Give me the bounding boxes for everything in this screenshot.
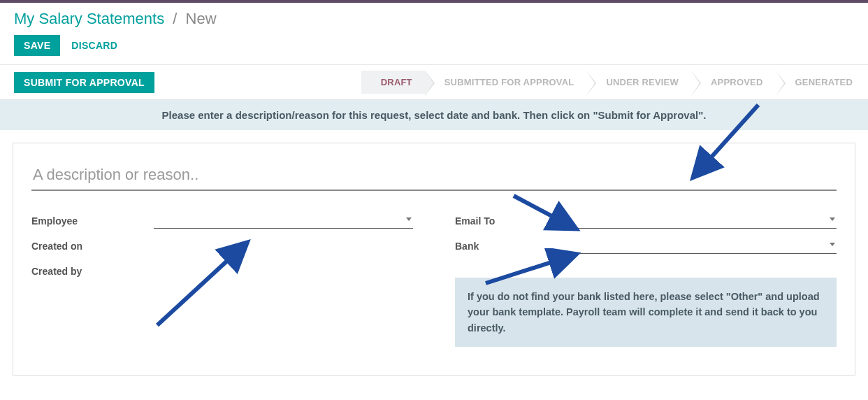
form-col-right: Email To Bank If you do not find your ba… (455, 212, 837, 347)
employee-select[interactable] (154, 213, 413, 229)
row-employee: Employee (31, 212, 413, 229)
form-col-left: Employee Created on Created by (31, 212, 413, 347)
status-step-submitted[interactable]: SUBMITTED FOR APPROVAL (425, 71, 587, 94)
label-employee: Employee (31, 215, 154, 229)
page-header: My Salary Statements / New SAVE DISCARD (0, 3, 868, 65)
label-email-to: Email To (455, 215, 577, 229)
status-step-under-review[interactable]: UNDER REVIEW (586, 71, 691, 94)
label-bank: Bank (455, 241, 577, 254)
status-step-draft[interactable]: DRAFT (361, 71, 425, 94)
chevron-down-icon (830, 217, 835, 221)
bank-select[interactable] (577, 238, 837, 254)
status-row: SUBMIT FOR APPROVAL DRAFT SUBMITTED FOR … (0, 65, 868, 100)
row-created-on: Created on (31, 237, 413, 254)
field-bank (577, 238, 837, 254)
breadcrumb-current: New (186, 10, 217, 27)
label-created-by: Created by (31, 266, 154, 279)
breadcrumb-separator: / (173, 10, 177, 27)
row-email-to: Email To (455, 212, 837, 229)
description-input[interactable] (31, 162, 837, 191)
save-button[interactable]: SAVE (14, 35, 60, 56)
breadcrumb: My Salary Statements / New (14, 10, 854, 28)
discard-button[interactable]: DISCARD (71, 40, 117, 51)
breadcrumb-root[interactable]: My Salary Statements (14, 10, 164, 27)
chevron-down-icon (830, 243, 835, 246)
header-button-row: SAVE DISCARD (14, 35, 854, 56)
status-step-approved[interactable]: APPROVED (691, 71, 776, 94)
form-card: Employee Created on Created by Email To (13, 143, 855, 376)
submit-for-approval-button[interactable]: SUBMIT FOR APPROVAL (14, 72, 154, 93)
instruction-banner: Please enter a description/reason for th… (0, 100, 868, 130)
email-to-select[interactable] (577, 213, 837, 229)
field-email-to (577, 213, 837, 229)
bank-info-box: If you do not find your bank listed here… (455, 278, 837, 347)
row-created-by: Created by (31, 262, 413, 279)
label-created-on: Created on (31, 241, 154, 254)
form-grid: Employee Created on Created by Email To (31, 212, 837, 347)
status-chain: DRAFT SUBMITTED FOR APPROVAL UNDER REVIE… (361, 71, 865, 94)
row-bank: Bank (455, 237, 837, 254)
field-employee (154, 213, 413, 229)
status-step-generated[interactable]: GENERATED (776, 71, 865, 94)
chevron-down-icon (406, 217, 412, 221)
